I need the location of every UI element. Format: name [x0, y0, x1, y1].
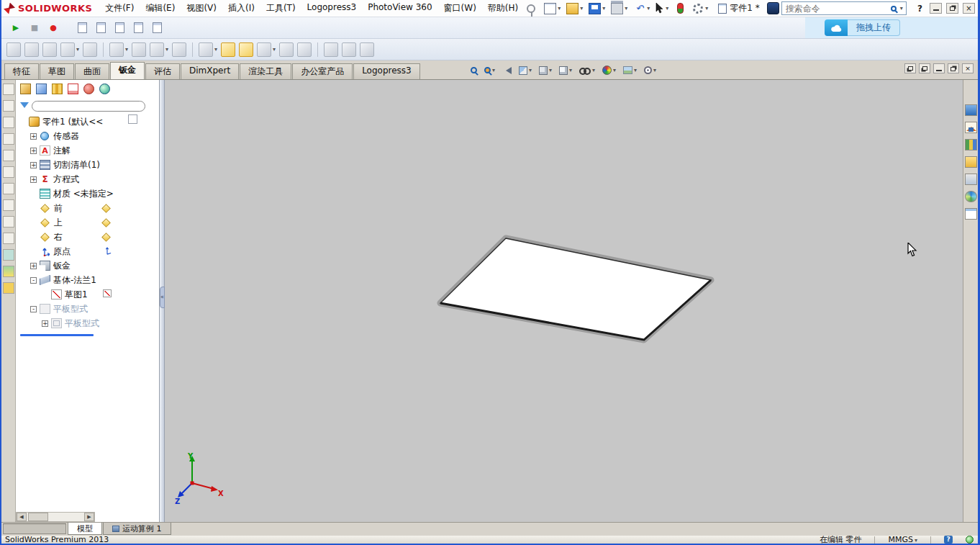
print-document-button[interactable]: ▾ [608, 1, 630, 16]
expander-icon[interactable]: - [30, 277, 37, 284]
appearances-tab-icon[interactable] [99, 84, 110, 94]
expander-icon[interactable]: + [30, 263, 37, 269]
chevron-down-icon[interactable]: ▾ [273, 46, 276, 53]
toolbar-icon[interactable]: ▾ [109, 41, 129, 58]
menu-tools[interactable]: 工具(T) [260, 0, 301, 17]
new-macro-button[interactable] [75, 22, 89, 35]
record-macro-button[interactable]: ● [46, 22, 60, 35]
toolbar-icon[interactable] [296, 41, 312, 58]
tree-item-part-root[interactable]: 零件1 (默认<< [16, 114, 159, 129]
side-toolbar-icon[interactable] [3, 84, 14, 95]
side-toolbar-icon[interactable] [3, 150, 14, 161]
tree-filter-input[interactable] [32, 101, 145, 112]
toolbar-icon[interactable] [171, 41, 187, 58]
chevron-down-icon[interactable]: ▾ [492, 67, 495, 73]
toolbar-icon[interactable] [323, 41, 339, 58]
run-macro-button[interactable]: ▶ [9, 22, 23, 35]
graphics-viewport[interactable]: Y X Z [165, 80, 963, 522]
tab-sheet-metal[interactable]: 钣金 [110, 62, 145, 79]
chevron-down-icon[interactable]: ▾ [915, 537, 917, 544]
new-document-button[interactable]: ▾ [541, 1, 563, 16]
status-help-icon[interactable]: ? [944, 536, 953, 544]
toolbar-icon[interactable]: ▾ [256, 41, 276, 58]
options-button[interactable]: ▾ [689, 1, 711, 16]
toolbar-icon[interactable] [341, 41, 357, 58]
tree-item-cut-list[interactable]: + 切割清单(1) [16, 158, 159, 172]
configurationmanager-tab-icon[interactable] [52, 84, 63, 94]
stop-macro-button[interactable]: ■ [27, 22, 42, 35]
status-tip-icon[interactable] [966, 536, 974, 544]
tree-item-base-flange[interactable]: - 基体-法兰1 [16, 273, 159, 287]
tree-item-origin[interactable]: 原点 [16, 244, 159, 258]
undo-button[interactable]: ↶▾ [630, 1, 653, 16]
macro-toolbar-button[interactable] [131, 22, 145, 35]
view-settings-button[interactable]: ▾ [641, 63, 659, 78]
minimize-button[interactable] [930, 3, 942, 14]
menu-insert[interactable]: 插入(I) [222, 0, 260, 17]
toolbar-icon-active[interactable] [220, 41, 236, 58]
side-toolbar-icon[interactable] [3, 249, 14, 261]
propertymanager-tab-icon[interactable] [36, 84, 47, 94]
side-toolbar-icon[interactable] [3, 233, 14, 244]
hide-show-items-button[interactable]: ▾ [576, 63, 598, 78]
side-toolbar-icon[interactable] [3, 199, 14, 211]
search-brand-icon[interactable] [767, 2, 779, 14]
tree-item-flat-pattern[interactable]: + 平板型式 [16, 316, 159, 330]
chevron-down-icon[interactable]: ▾ [580, 5, 583, 12]
macro-toolbar-button[interactable] [150, 22, 164, 35]
scrollbar-thumb[interactable] [28, 513, 48, 521]
side-toolbar-icon[interactable] [3, 133, 14, 145]
section-view-button[interactable]: ▾ [516, 63, 535, 78]
menu-edit[interactable]: 编辑(E) [140, 0, 181, 17]
menu-file[interactable]: 文件(F) [99, 0, 140, 17]
search-icon[interactable] [891, 6, 897, 12]
zoom-fit-button[interactable] [468, 63, 480, 78]
toolbar-icon[interactable] [42, 41, 58, 58]
chevron-down-icon[interactable]: ▾ [529, 67, 532, 73]
panel-horizontal-scrollbar[interactable]: ◀ ▶ [16, 512, 95, 522]
display-pane-plane-icon[interactable] [101, 233, 111, 242]
menu-window[interactable]: 窗口(W) [438, 0, 482, 17]
chevron-down-icon[interactable]: ▾ [214, 46, 217, 53]
display-pane-plane-icon[interactable] [101, 218, 111, 228]
tree-item-front-plane[interactable]: 前 [16, 201, 159, 215]
chevron-down-icon[interactable]: ▾ [558, 5, 561, 12]
chevron-down-icon[interactable]: ▾ [653, 67, 656, 73]
scroll-right-button[interactable]: ▶ [84, 513, 94, 521]
file-explorer-icon[interactable] [965, 156, 977, 168]
solidworks-resources-icon[interactable] [965, 104, 977, 116]
toolbar-icon[interactable] [6, 41, 22, 58]
expander-icon[interactable]: + [30, 133, 37, 140]
tab-render-tools[interactable]: 渲染工具 [240, 63, 291, 79]
tab-model[interactable]: 模型 [68, 523, 102, 535]
chevron-down-icon[interactable]: ▾ [125, 46, 128, 53]
chevron-down-icon[interactable]: ▾ [592, 67, 595, 73]
tab-sketch[interactable]: 草图 [40, 63, 74, 79]
menu-view[interactable]: 视图(V) [181, 0, 222, 17]
toolbar-icon[interactable] [131, 41, 147, 58]
rebuild-button[interactable] [671, 1, 689, 16]
apply-scene-button[interactable]: ▾ [620, 63, 640, 78]
search-command-input[interactable] [781, 1, 888, 15]
dimxpertmanager-tab-icon[interactable] [68, 84, 78, 94]
chevron-down-icon[interactable]: ▾ [569, 67, 572, 73]
zoom-area-button[interactable]: ▾ [481, 63, 498, 78]
doc-restore-button[interactable] [948, 63, 959, 73]
cascade-window-button[interactable] [904, 63, 916, 73]
menu-photoview360[interactable]: PhotoView 360 [362, 0, 437, 17]
open-document-button[interactable]: ▾ [563, 1, 586, 16]
chevron-down-icon[interactable]: ▾ [165, 46, 168, 53]
chevron-down-icon[interactable]: ▾ [900, 5, 903, 12]
tree-item-right-plane[interactable]: 右 [16, 230, 159, 244]
expander-icon[interactable]: - [30, 306, 37, 312]
tree-item-equations[interactable]: + Σ 方程式 [16, 172, 159, 186]
home-icon[interactable] [965, 122, 977, 133]
chevron-down-icon[interactable]: ▾ [625, 5, 627, 12]
toolbar-icon[interactable] [359, 41, 375, 58]
tab-surfaces[interactable]: 曲面 [75, 63, 109, 79]
panel-splitter[interactable]: « [160, 80, 165, 522]
toolbar-icon[interactable] [82, 41, 98, 58]
doc-minimize-button[interactable] [933, 63, 945, 73]
tree-item-material[interactable]: 材质 <未指定> [16, 186, 159, 201]
side-toolbar-icon[interactable] [3, 117, 14, 128]
